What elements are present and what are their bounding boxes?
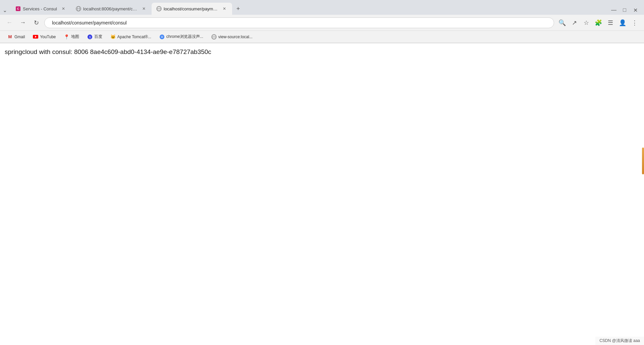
chrome-icon — [159, 34, 165, 40]
browser-chrome: ⌄ C Services - Consul ✕ localhost:8006/p… — [0, 0, 644, 43]
bookmark-gmail[interactable]: M Gmail — [4, 33, 28, 41]
bookmark-maps[interactable]: 📍 地图 — [61, 33, 83, 41]
bookmark-favicon-youtube — [33, 34, 38, 40]
bookmark-baidu[interactable]: 百 百度 — [84, 33, 106, 41]
minimize-icon: — — [611, 7, 616, 13]
bottom-status-bar: CSDN @清风微读 aaa — [595, 337, 644, 345]
page-main-text: springcloud with consul: 8006 8ae4c609-a… — [5, 47, 639, 57]
bookmark-favicon-gmail: M — [7, 34, 13, 40]
puzzle-icon: 🧩 — [595, 19, 602, 26]
star-icon: ☆ — [584, 19, 589, 26]
toolbar-right-actions: 🔍 ↗ ☆ 🧩 ☰ 👤 ⋮ — [557, 17, 640, 28]
tab-title-1: Services - Consul — [23, 6, 58, 11]
tab-favicon-2 — [76, 6, 81, 11]
svg-point-12 — [161, 36, 163, 38]
tab-list-button[interactable]: ⌄ — [0, 5, 9, 15]
maximize-icon: □ — [623, 7, 626, 13]
bookmark-view-source[interactable]: view-source:local... — [208, 33, 256, 41]
bottom-bar-text: CSDN @清风微读 aaa — [599, 338, 640, 343]
more-options-button[interactable]: ⋮ — [629, 17, 640, 28]
back-icon: ← — [6, 19, 12, 26]
tab-favicon-1: C — [15, 6, 21, 11]
tab-close-2[interactable]: ✕ — [141, 6, 147, 12]
close-window-icon: ✕ — [633, 7, 638, 13]
tab-favicon-3 — [156, 6, 162, 11]
bookmark-label-chrome: chrome浏览器没声... — [166, 34, 203, 40]
bookmark-label-view-source: view-source:local... — [218, 35, 253, 39]
tomcat-icon: 🐱 — [110, 34, 116, 39]
tab-close-3[interactable]: ✕ — [221, 6, 227, 12]
refresh-button[interactable]: ↻ — [31, 17, 42, 28]
share-icon: ↗ — [572, 19, 577, 26]
more-options-icon: ⋮ — [632, 19, 638, 26]
bookmark-favicon-baidu: 百 — [87, 34, 93, 40]
maps-icon: 📍 — [64, 34, 69, 40]
forward-button[interactable]: → — [17, 17, 28, 28]
bookmark-youtube[interactable]: YouTube — [30, 33, 59, 41]
tab-services-consul[interactable]: C Services - Consul ✕ — [11, 3, 71, 15]
tab-list-icon: ⌄ — [3, 7, 7, 13]
search-icon: 🔍 — [558, 19, 566, 26]
address-bar[interactable]: localhost/consumer/payment/consul — [44, 17, 554, 28]
bookmark-favicon-tomcat: 🐱 — [110, 34, 116, 40]
bookmarks-bar: M Gmail YouTube 📍 地图 — [0, 31, 644, 43]
address-bar-text: localhost/consumer/payment/consul — [52, 20, 549, 25]
tab-title-2: localhost:8006/payment/cons... — [83, 6, 139, 11]
tab-menu-icon: ☰ — [608, 19, 613, 26]
bookmark-label-tomcat: Apache Tomcat®... — [117, 35, 151, 39]
bookmark-favicon-chrome — [159, 34, 165, 40]
consul-icon: C — [16, 6, 20, 11]
youtube-icon — [33, 35, 38, 39]
bookmark-label-maps: 地图 — [71, 34, 79, 40]
profile-icon: 👤 — [619, 19, 626, 26]
page-content: springcloud with consul: 8006 8ae4c609-a… — [0, 43, 644, 345]
bookmark-button[interactable]: ☆ — [581, 17, 592, 28]
bookmark-label-baidu: 百度 — [94, 34, 102, 40]
tab-menu-button[interactable]: ☰ — [605, 17, 616, 28]
svg-text:百: 百 — [88, 36, 91, 39]
new-tab-icon: + — [236, 5, 240, 12]
bookmark-favicon-view-source — [211, 34, 217, 40]
bookmark-favicon-maps: 📍 — [64, 34, 69, 40]
refresh-icon: ↻ — [34, 19, 39, 26]
profile-button[interactable]: 👤 — [617, 17, 628, 28]
scrollbar[interactable] — [642, 148, 644, 174]
baidu-icon: 百 — [87, 34, 93, 40]
bookmark-label-youtube: YouTube — [40, 35, 56, 39]
share-button[interactable]: ↗ — [569, 17, 580, 28]
tab-close-1[interactable]: ✕ — [60, 6, 66, 12]
gmail-icon: M — [8, 34, 12, 39]
tab-title-3: localhost/consumer/payment/... — [164, 6, 219, 11]
navigation-toolbar: ← → ↻ localhost/consumer/payment/consul … — [0, 15, 644, 31]
search-button[interactable]: 🔍 — [557, 17, 568, 28]
tab-bar: ⌄ C Services - Consul ✕ localhost:8006/p… — [0, 0, 644, 15]
bookmark-tomcat[interactable]: 🐱 Apache Tomcat®... — [107, 33, 155, 41]
bookmark-chrome[interactable]: chrome浏览器没声... — [156, 33, 207, 41]
close-window-button[interactable]: ✕ — [631, 5, 640, 15]
maximize-button[interactable]: □ — [620, 5, 629, 15]
minimize-button[interactable]: — — [609, 5, 619, 15]
globe-icon — [211, 34, 217, 40]
tab-payment-8006[interactable]: localhost:8006/payment/cons... ✕ — [71, 3, 152, 15]
forward-icon: → — [20, 19, 26, 26]
extensions-button[interactable]: 🧩 — [593, 17, 604, 28]
new-tab-button[interactable]: + — [233, 4, 243, 13]
tab-consumer-payment[interactable]: localhost/consumer/payment/... ✕ — [152, 3, 232, 15]
back-button[interactable]: ← — [4, 17, 15, 28]
bookmark-label-gmail: Gmail — [14, 35, 25, 39]
